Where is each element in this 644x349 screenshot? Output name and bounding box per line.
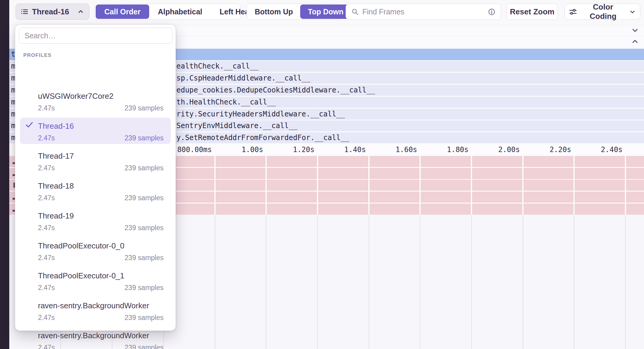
time-gridline <box>574 215 574 349</box>
time-gridline <box>420 215 420 349</box>
tab-alphabetical[interactable]: Alphabetical <box>149 4 211 19</box>
profile-name: raven-sentry.BackgroundWorker <box>38 301 149 310</box>
time-gridline <box>573 156 575 215</box>
find-frames-input[interactable] <box>362 7 484 16</box>
profile-duration: 2.47s <box>38 344 55 349</box>
thread-list-icon <box>21 8 28 16</box>
profile-name: Thread-18 <box>38 181 74 191</box>
time-gridline <box>215 215 215 349</box>
time-gridline <box>471 215 472 349</box>
frame-label: sp.CspHeaderMiddleware.__call__ <box>176 73 310 84</box>
tab-call-order[interactable]: Call Order <box>96 4 149 19</box>
dropdown-search-input[interactable] <box>19 28 173 44</box>
direction-tabs: Bottom Up Top Down <box>246 4 341 20</box>
profile-name: ThreadPoolExecutor-0_1 <box>38 271 124 280</box>
time-axis-tick-label: 1.00s <box>218 144 263 156</box>
checkmark-icon <box>25 120 34 131</box>
color-coding-button[interactable]: Color Coding <box>564 4 640 20</box>
profiles-section-label: PROFILES <box>23 52 52 58</box>
color-coding-label: Color Coding <box>581 2 625 21</box>
frame-label: SentryEnvMiddleware.__call__ <box>176 120 297 131</box>
profile-duration: 2.47s <box>38 314 55 322</box>
time-axis-tick-label: 1.20s <box>270 144 315 156</box>
time-gridline <box>625 156 626 215</box>
time-axis-tick-label: 2.40s <box>578 144 622 156</box>
chevron-down-icon <box>629 8 636 15</box>
profile-duration: 2.47s <box>38 194 55 202</box>
time-gridline <box>317 156 318 215</box>
profile-list-item-4[interactable]: Thread-19 2.47s 239 samples <box>15 206 176 236</box>
profile-list-item-0[interactable]: uWSGIWorker7Core2 2.47s 239 samples <box>15 86 176 116</box>
profile-samples: 239 samples <box>125 254 164 262</box>
profile-duration: 2.47s <box>38 134 55 142</box>
profile-samples: 239 samples <box>125 134 164 142</box>
profile-list-item-6[interactable]: ThreadPoolExecutor-0_1 2.47s 239 samples <box>15 266 176 296</box>
time-gridline <box>317 215 318 349</box>
time-gridline <box>368 156 370 215</box>
sliders-icon <box>569 8 577 16</box>
chevron-up-icon <box>77 8 84 15</box>
thread-selector-label: Thread-16 <box>32 7 74 16</box>
profile-name: uWSGIWorker7Core2 <box>38 92 113 101</box>
profile-list-item-7[interactable]: raven-sentry.BackgroundWorker 2.47s 239 … <box>15 296 176 326</box>
time-axis-tick-label: 1.80s <box>424 144 468 156</box>
thread-selector-button[interactable]: Thread-16 <box>16 4 89 20</box>
profile-samples: 239 samples <box>125 224 164 232</box>
frame-label: rity.SecurityHeadersMiddleware.__call__ <box>176 109 345 120</box>
profile-list-item-8[interactable]: raven-sentry.BackgroundWorker 2.47s 239 … <box>15 326 176 349</box>
reset-zoom-button[interactable]: Reset Zoom <box>506 4 558 20</box>
time-axis-tick-label: 2.00s <box>475 144 520 156</box>
profile-duration: 2.47s <box>38 164 55 172</box>
time-gridline <box>214 156 216 215</box>
info-icon[interactable] <box>488 8 495 16</box>
profile-list-item-5[interactable]: ThreadPoolExecutor-0_0 2.47s 239 samples <box>15 236 176 266</box>
collapse-chevron-up-icon[interactable] <box>631 37 639 47</box>
profile-name: Thread-17 <box>38 151 74 161</box>
profile-samples: 239 samples <box>125 164 164 172</box>
profile-duration: 2.47s <box>38 254 55 262</box>
time-gridline <box>369 215 369 349</box>
time-gridline <box>266 215 266 349</box>
profile-duration: 2.47s <box>38 284 55 292</box>
profile-list-item-3[interactable]: Thread-18 2.47s 239 samples <box>15 176 176 206</box>
frame-label: y.SetRemoteAddrFromForwardedFor.__call__ <box>176 132 349 143</box>
app-sidebar-strip <box>0 0 9 349</box>
time-gridline <box>522 156 524 215</box>
profile-name: Thread-16 <box>38 122 74 131</box>
search-icon <box>351 8 359 16</box>
profile-samples: 239 samples <box>125 194 164 202</box>
time-gridline <box>625 215 626 349</box>
frame-label: ealthCheck.__call__ <box>176 61 259 72</box>
profile-list-item-2[interactable]: Thread-17 2.47s 239 samples <box>15 146 176 176</box>
profile-samples: 239 samples <box>125 284 164 292</box>
frame-label: th.HealthCheck.__call__ <box>176 97 276 108</box>
profile-samples: 239 samples <box>125 344 164 349</box>
profile-duration: 2.47s <box>38 104 55 112</box>
profile-list-item-1[interactable]: Thread-16 2.47s 239 samples <box>15 116 176 146</box>
time-axis-tick-label: 1.60s <box>372 144 417 156</box>
time-gridline <box>265 156 267 215</box>
profile-name: raven-sentry.BackgroundWorker <box>38 331 149 340</box>
profile-list: uWSGIWorker7Core2 2.47s 239 samples Thre… <box>15 86 176 349</box>
tab-bottom-up[interactable]: Bottom Up <box>248 4 300 19</box>
profile-samples: 239 samples <box>125 104 164 112</box>
find-frames-box <box>346 4 501 20</box>
time-gridline <box>471 156 472 215</box>
time-axis-tick-label: 1.40s <box>321 144 366 156</box>
profile-duration: 2.47s <box>38 224 55 232</box>
time-axis-tick-label: 2.20s <box>526 144 571 156</box>
thread-dropdown-panel: PROFILES uWSGIWorker7Core2 2.47s 239 sam… <box>15 25 176 331</box>
profile-samples: 239 samples <box>125 314 164 322</box>
time-gridline <box>523 215 523 349</box>
collapse-chevron-down-icon[interactable] <box>631 26 639 36</box>
frame-label: edupe_cookies.DedupeCookiesMiddleware.__… <box>176 85 375 96</box>
sort-order-tabs: Call Order Alphabetical Left Heavy <box>94 4 241 20</box>
tab-top-down[interactable]: Top Down <box>300 4 351 19</box>
time-gridline <box>419 156 421 215</box>
profile-name: ThreadPoolExecutor-0_0 <box>38 241 124 251</box>
profile-name: Thread-19 <box>38 211 74 221</box>
